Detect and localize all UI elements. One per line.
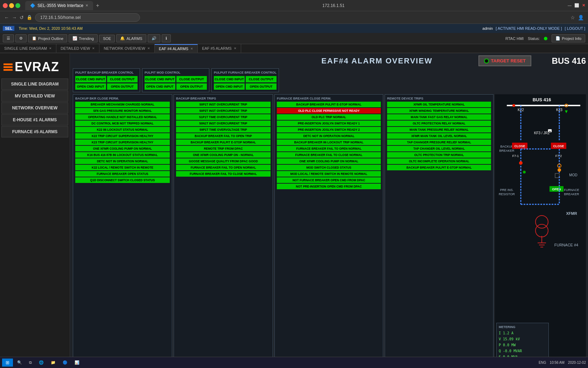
start-btn[interactable]: ⊞ [2,359,13,367]
reload-icon[interactable]: ↺ [20,15,24,20]
tab-close-sld[interactable]: ✕ [49,47,52,50]
alarm-btn[interactable]: 59P1T TIME OVERVOLTAGE TRIP [176,127,271,132]
tab-eaf4-alarms[interactable]: EAF #4 ALARMS ✕ [155,44,198,53]
win-max[interactable] [15,3,20,8]
sidebar-item-network[interactable]: NETWORK OVERVIEW [1,102,68,114]
alarm-btn[interactable]: OLD PLC TRIP NORMAL [277,114,381,120]
target-reset-btn[interactable]: TARGET RESET [478,55,531,66]
alarm-btn[interactable]: DC CONTROL MCB NOT TRIPPED NORMAL [75,121,170,126]
alarm-btn[interactable]: FURNACE BREAKER OPEN STATUS [75,171,170,177]
new-tab-btn[interactable]: + [96,2,99,9]
alarm-btn[interactable]: NOT PRE-INSERTION OPEN CMD FROM DPAC [277,184,381,189]
search-taskbar[interactable]: 🔍 [14,359,25,366]
tab-detailed-view[interactable]: DETAILED VIEW ✕ [56,44,99,53]
mod-close-cmd[interactable]: CLOSE CMD INPUT [145,76,175,82]
alarm-btn[interactable]: TAP CHANGER OIL LEVEL NORMAL [387,146,491,151]
alarm-btn[interactable]: BACKUP BREAKER PULPIT E-STOP NORMAL [387,165,491,170]
backup-close-cmd[interactable]: CLOSE CMD INPUT [75,76,106,82]
sidebar-item-sld[interactable]: SINGLE LINE DIAGRAM [1,79,68,90]
alarm-btn[interactable]: BREAKER MECHANISM CHARGED NORMAL [75,102,170,107]
tab-eaf5-alarms[interactable]: EAF #5 ALARMS ✕ [198,44,241,53]
alarm-btn[interactable]: GOOSE MESSAGE QUALITY FROM DPAC GOOD [176,158,271,164]
hamburger-btn[interactable]: ☰ [3,34,14,42]
mod-close-out[interactable]: CLOSE OUTPUT [176,76,207,82]
alarm-btn[interactable]: K22 TRIP CIRCUIT SUPERVISION HEALTHY [75,133,170,139]
alarm-btn[interactable]: REMOTE TRIP FROM DPAC [176,146,271,151]
win-close[interactable] [3,3,8,8]
browser-restore[interactable]: ⬜ [574,3,579,8]
tab-network-overview[interactable]: NETWORK OVERVIEW ✕ [99,44,154,53]
logout-btn[interactable]: [ LOGOUT ] [565,26,585,30]
alarm-btn[interactable]: FURNACE BREAKER FAIL TO CLOSE NORMAL [277,152,381,158]
browser-close[interactable]: ✕ [582,3,585,8]
backup-close-out[interactable]: CLOSE OUTPUT [107,76,138,82]
furnace-open-cmd[interactable]: OPEN CMD INPUT [214,83,245,90]
alarm-btn[interactable]: 50P1T INST OVERCURRENT TRIP [176,102,271,107]
tab-close-no[interactable]: ✕ [147,47,150,50]
alarm-btn[interactable]: TAP CHANGER PRESSURE RELIEF NORMAL [387,139,491,145]
alarm-btn[interactable]: XFMR MAIN TANK OIL LEVEL NORMAL [387,133,491,139]
back-icon[interactable]: ← [4,15,9,20]
volume-btn[interactable]: 🔊 [148,34,160,42]
sidebar-item-mv[interactable]: MV DETAILED VIEW [1,90,68,102]
alarm-btn[interactable]: ONE XFMR COOLING PUMP ON NORMAL [277,158,381,164]
alarm-btn[interactable]: OLTC INCOMPLETE OPERATION NORMAL [387,158,491,164]
gear-btn[interactable]: ⚙ [15,34,27,42]
backup-open-out[interactable]: OPEN OUTPUT [107,83,138,90]
alarm-btn[interactable]: PRE-INSERTION JOSLYN SWITCH READY 1 [277,121,381,126]
soe-btn[interactable]: SOE [99,35,115,42]
tab-close-eaf4[interactable]: ✕ [190,47,193,50]
browser-minimize[interactable]: — [568,3,572,8]
alarm-btn[interactable]: K22 86 LOCKOUT STATUS NORMAL [75,127,170,132]
furnace-close-cmd[interactable]: CLOSE CMD INPUT [214,76,245,82]
task-view-btn[interactable]: ⧉ [26,359,35,366]
tab-single-line[interactable]: SINGLE LINE DIAGRAM ✕ [0,44,56,53]
chrome-taskbar[interactable]: 🔵 [60,359,70,366]
tab-close-dv[interactable]: ✕ [92,47,95,50]
bookmark-icon[interactable]: ☆ [570,15,575,20]
project-outline-btn[interactable]: 📋 Project Outline [28,34,67,42]
alarm-btn[interactable]: MOD SWITCH CLOSED STATUS [277,165,381,170]
alarm-btn[interactable]: MOD LOCAL / REMOTE SWITCH IN REMOTE NORM… [277,171,381,177]
alarm-btn[interactable]: OLTC PROTECTION RELAY NORMAL [387,121,491,126]
activate-hmi-btn[interactable]: [ ACTIVATE HMI READ-ONLY MODE ] [496,26,562,30]
alarm-btn[interactable]: XFMR OIL TEMPERATURE NORMAL [387,102,491,107]
alarm-btn[interactable]: MAIN TANK FAST GAS RELAY NORMAL [387,114,491,120]
browser-tab-active[interactable]: 🔷 SEL-3555 Web Interface ✕ [25,1,93,10]
info-btn[interactable]: ℹ [162,34,171,42]
forward-icon[interactable]: → [12,15,17,20]
alarm-btn[interactable]: K23 TRIP CIRCUIT SUPERVISION HEALTHY [75,139,170,145]
alarm-btn[interactable]: ONE XFMR COOLING PUMP ON NORMAL [75,146,170,151]
sidebar-item-ehouse[interactable]: E-HOUSE #1 ALARMS [1,114,68,125]
alarm-btn[interactable]: 50P2T INST OVERCURRENT TRIP [176,108,271,114]
mod-open-out[interactable]: OPEN OUTPUT [176,83,207,90]
alarm-btn[interactable]: BACKUP BREAKER FAIL TO OPEN TRIP [176,133,271,139]
project-info-btn[interactable]: 📄 Project Info [552,34,585,42]
alarm-btn[interactable]: Q1D DISCONNECT SWITCH CLOSED STATUS [75,177,170,183]
alarm-btn[interactable]: K16 BUS 416 87B 86 LOCKOUT STATUS NORMAL [75,152,170,158]
alarm-btn[interactable]: ONE XFMR COOLING PUMP ON - NORMAL [176,152,271,158]
alarm-btn[interactable]: FURNACE BREAKER FAIL TO OPEN NORMAL [277,146,381,151]
alarm-btn[interactable]: MAIN TANK PRESSURE RELIEF NORMAL [387,127,491,132]
app-taskbar[interactable]: 📊 [72,359,82,366]
furnace-close-out[interactable]: CLOSE OUTPUT [246,76,276,82]
win-min[interactable] [9,3,14,8]
address-input[interactable] [35,13,140,22]
mod-open-cmd[interactable]: OPEN CMD INPUT [145,83,175,90]
alarm-btn[interactable]: OLTC PROTECTION TRIP NORMAL [387,152,491,158]
alarms-btn[interactable]: 🔔 ALARMS [116,34,146,42]
backup-open-cmd[interactable]: OPEN CMD INPUT [75,83,106,90]
edge-taskbar[interactable]: 🌐 [36,359,47,366]
alarm-btn[interactable]: BACKUP BREAKER PULPIT E-STOP NORMAL [176,139,271,145]
alarm-btn[interactable]: SF6 GAS PRESSURE MONITOR NORMAL [75,108,170,114]
furnace-open-out[interactable]: OPEN OUTPUT [246,83,276,90]
alarm-btn[interactable]: PRE-INSERTION JOSLYN SWITCH READY 2 [277,127,381,132]
alarm-btn[interactable]: K22 LOCAL / REMOTE SWITCH IN REMOTE [75,165,170,170]
alarm-btn[interactable]: 51P1T TIME OVERCURRENT TRIP [176,114,271,120]
alarm-btn-red[interactable]: OLD PLC CLOSE PERMISSIVE NOT READY [277,108,381,114]
alarm-btn[interactable]: DETC NOT IN OPERATION NORMAL [277,133,381,139]
alarm-btn[interactable]: FURNACE BREAKER FAIL TO OPEN NORMAL [176,165,271,170]
tab-close-btn[interactable]: ✕ [85,4,88,7]
tab-close-eaf5[interactable]: ✕ [234,47,237,50]
alarm-btn[interactable]: BACKUP BREAKER PULPIT E-STOP NORMAL [277,102,381,107]
